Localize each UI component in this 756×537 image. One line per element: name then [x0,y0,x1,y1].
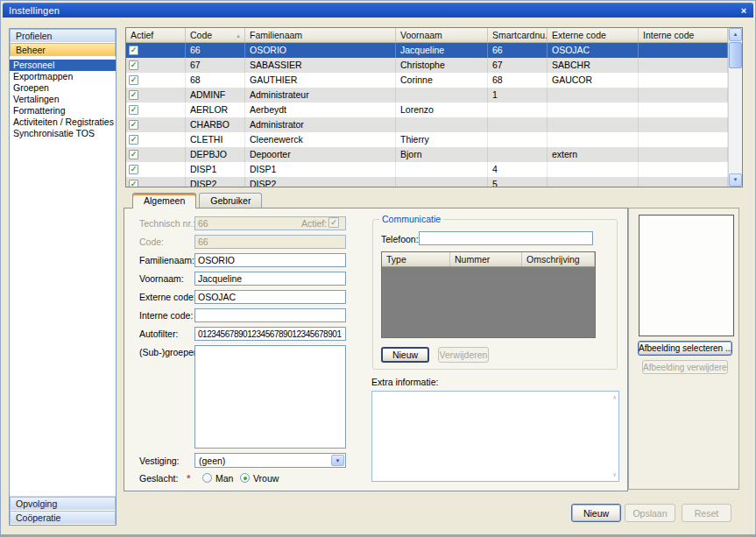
subgroepen-field[interactable] [194,345,346,449]
cell-familienaam: OSORIO [245,43,396,58]
telefoon-field[interactable] [419,231,593,245]
comm-column-header-omschrijving[interactable]: Omschrijving [522,252,595,266]
comm-column-header-type[interactable]: Type [382,252,450,266]
column-header-interne[interactable]: Interne code [639,28,728,42]
cell-interne [639,117,728,132]
afbeelding-verwijderen-button[interactable]: Afbeelding verwijderen [642,360,728,374]
comm-column-header-nummer[interactable]: Nummer [450,252,522,266]
sidebar-item-personeel[interactable]: Personeel [10,60,116,71]
scroll-down-icon[interactable]: ▼ [729,173,742,187]
cell-code: ADMINF [186,88,245,102]
scroll-up-icon[interactable]: ▲ [729,28,742,41]
sidebar-section-profielen[interactable]: Profielen [10,29,116,43]
actief-checkbox[interactable]: ✓ [129,60,138,70]
sidebar-section-co-peratie[interactable]: Coöperatie [10,511,116,525]
opslaan-button[interactable]: Opslaan [625,504,675,522]
tab-strip: AlgemeenGebruiker [132,193,265,208]
code-field[interactable] [194,235,346,249]
scroll-up-icon[interactable]: ∧ [612,394,617,401]
sidebar-item-groepen[interactable]: Groepen [10,82,116,94]
actief-checkbox[interactable]: ✓ [129,46,138,55]
radio-vrouw[interactable] [240,473,250,483]
externe-code-label: Externe code: [139,292,196,302]
tab-algemeen[interactable]: Algemeen [132,193,196,208]
table-row[interactable]: ✓DISP2DISP25 [126,177,728,187]
code-label: Code: [139,237,164,247]
actief-checkbox[interactable]: ✓ [129,75,138,85]
familienaam-field[interactable] [194,253,346,267]
cell-voornaam: Jacqueline [396,43,488,58]
cell-code: 67 [186,58,245,73]
communicatie-verwijderen-button[interactable]: Verwijderen [438,347,489,363]
autofilter-field[interactable] [194,327,346,341]
table-row[interactable]: ✓68GAUTHIERCorinne68GAUCOR [126,73,728,88]
cell-externe [548,132,639,147]
cell-familienaam: DISP1 [245,162,396,177]
column-header-familienaam[interactable]: Familienaam [245,28,396,42]
table-row[interactable]: ✓DEPBJODepoorterBjornextern [126,147,728,162]
table-row[interactable]: ✓CHARBOAdministrator [126,117,728,132]
radio-vrouw-label: Vrouw [253,473,279,484]
actief-checkbox[interactable]: ✓ [329,217,339,228]
sidebar-item-exportmappen[interactable]: Exportmappen [10,71,116,82]
table-row[interactable]: ✓ADMINFAdministrateur1 [126,88,728,102]
actief-checkbox[interactable]: ✓ [129,105,138,115]
column-header-code[interactable]: Code▲ [186,28,245,42]
sidebar-item-activiteiten-registraties[interactable]: Activiteiten / Registraties [10,117,116,128]
actief-checkbox[interactable]: ✓ [129,90,138,100]
cell-familienaam: SABASSIER [245,58,396,73]
chevron-down-icon[interactable]: ▼ [331,455,344,466]
voornaam-field[interactable] [194,272,346,286]
column-header-smartcard[interactable]: Smartcardnu... [488,28,548,42]
nieuw-button[interactable]: Nieuw [571,504,621,522]
subgroepen-label: (Sub-)groepen: [139,347,201,357]
cell-externe [548,162,639,177]
actief-checkbox[interactable]: ✓ [129,180,138,187]
column-header-label: Actief [131,30,153,40]
cell-actief: ✓ [126,88,186,102]
table-row[interactable]: ✓AERLORAerbeydtLorenzo [126,102,728,117]
table-row[interactable]: ✓CLETHICleenewerckThierry [126,132,728,147]
column-header-externe[interactable]: Externe code [548,28,639,42]
radio-man[interactable] [202,473,212,483]
sidebar-item-formattering[interactable]: Formattering [10,105,116,117]
scrollbar-thumb[interactable] [729,42,742,68]
cell-interne [639,162,728,177]
cell-actief: ✓ [126,162,186,177]
actief-checkbox[interactable]: ✓ [129,165,138,174]
cell-familienaam: Administrateur [245,88,396,102]
sidebar-item-vertalingen[interactable]: Vertalingen [10,94,116,105]
sidebar-item-synchronisatie-tos[interactable]: Synchronisatie TOS [10,128,116,139]
actief-checkbox[interactable]: ✓ [129,135,138,145]
communicatie-nieuw-button[interactable]: Nieuw [381,347,429,363]
reset-button[interactable]: Reset [682,504,731,522]
interne-code-field[interactable] [194,308,346,322]
cell-actief: ✓ [126,132,186,147]
table-row[interactable]: ✓66OSORIOJacqueline66OSOJAC [126,43,728,58]
externe-code-field[interactable] [194,290,346,304]
actief-checkbox[interactable]: ✓ [129,120,138,130]
cell-voornaam [396,162,488,177]
cell-voornaam [396,177,488,187]
table-row[interactable]: ✓67SABASSIERChristophe67SABCHR [126,58,728,73]
close-icon[interactable]: × [738,5,753,16]
column-header-actief[interactable]: Actief [126,28,186,42]
image-panel: Afbeelding selecteren ... Afbeelding ver… [628,208,739,490]
scroll-down-icon[interactable]: ∨ [612,471,617,478]
vestiging-value: (geen) [199,455,225,467]
column-header-voornaam[interactable]: Voornaam [396,28,488,42]
sidebar-section-beheer[interactable]: Beheer [10,43,116,57]
cell-interne [639,102,728,117]
table-row[interactable]: ✓DISP1DISP14 [126,162,728,177]
actief-checkbox[interactable]: ✓ [129,150,138,159]
vestiging-dropdown[interactable]: (geen) ▼ [194,453,346,468]
afbeelding-selecteren-button[interactable]: Afbeelding selecteren ... [638,341,732,356]
sidebar-section-opvolging[interactable]: Opvolging [10,497,116,511]
cell-voornaam: Lorenzo [396,102,488,117]
column-header-label: Smartcardnu... [492,30,548,40]
table-scrollbar[interactable]: ▲ ▼ [728,28,742,187]
extra-informatie-field[interactable] [371,391,619,482]
cell-externe: GAUCOR [548,73,639,88]
tab-gebruiker[interactable]: Gebruiker [199,193,262,208]
title-bar[interactable]: Instellingen × [3,3,753,18]
